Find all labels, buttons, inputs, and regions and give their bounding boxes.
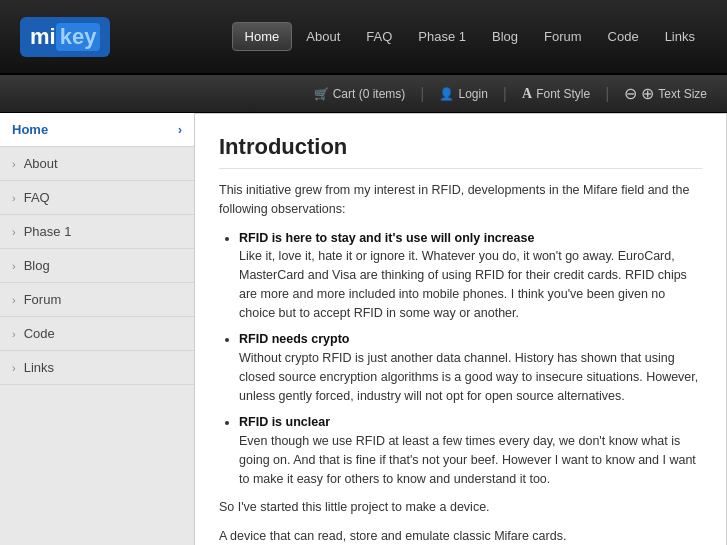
sidebar-item-code[interactable]: ›Code bbox=[0, 317, 194, 351]
cart-label: Cart (0 items) bbox=[333, 87, 406, 101]
nav-item-phase-1[interactable]: Phase 1 bbox=[406, 23, 478, 50]
chevron-right-icon: › bbox=[12, 260, 16, 272]
list-item-heading: RFID is unclear bbox=[239, 413, 702, 432]
content-points-list: RFID is here to stay and it's use will o… bbox=[239, 229, 702, 489]
chevron-right-icon: › bbox=[12, 192, 16, 204]
sidebar-item-home[interactable]: Home› bbox=[0, 113, 194, 147]
sidebar-item-label: Phase 1 bbox=[24, 224, 72, 239]
separator-2: | bbox=[503, 85, 507, 103]
sidebar-item-faq[interactable]: ›FAQ bbox=[0, 181, 194, 215]
sidebar-item-forum[interactable]: ›Forum bbox=[0, 283, 194, 317]
sidebar-item-label: Forum bbox=[24, 292, 62, 307]
list-item: RFID is unclearEven though we use RFID a… bbox=[239, 413, 702, 488]
login-label: Login bbox=[458, 87, 487, 101]
font-icon: A bbox=[522, 86, 532, 102]
chevron-right-icon: › bbox=[12, 158, 16, 170]
sidebar-item-label: Blog bbox=[24, 258, 50, 273]
font-style-label: Font Style bbox=[536, 87, 590, 101]
sidebar-item-about[interactable]: ›About bbox=[0, 147, 194, 181]
header: mikey HomeAboutFAQPhase 1BlogForumCodeLi… bbox=[0, 0, 727, 75]
nav-item-about[interactable]: About bbox=[294, 23, 352, 50]
content-area: Introduction This initiative grew from m… bbox=[195, 113, 727, 545]
sidebar-item-label: Links bbox=[24, 360, 54, 375]
nav-item-code[interactable]: Code bbox=[596, 23, 651, 50]
text-size-label: Text Size bbox=[658, 87, 707, 101]
sidebar-item-label: Code bbox=[24, 326, 55, 341]
sidebar-item-phase-1[interactable]: ›Phase 1 bbox=[0, 215, 194, 249]
cart-icon bbox=[314, 87, 329, 101]
sidebar-item-blog[interactable]: ›Blog bbox=[0, 249, 194, 283]
list-item-heading: RFID is here to stay and it's use will o… bbox=[239, 229, 702, 248]
cart-button[interactable]: Cart (0 items) bbox=[314, 87, 406, 101]
toolbar: Cart (0 items) | Login | A Font Style | … bbox=[0, 75, 727, 113]
content-title: Introduction bbox=[219, 134, 702, 169]
sidebar: Home››About›FAQ›Phase 1›Blog›Forum›Code›… bbox=[0, 113, 195, 545]
font-style-button[interactable]: A Font Style bbox=[522, 86, 590, 102]
main-layout: Home››About›FAQ›Phase 1›Blog›Forum›Code›… bbox=[0, 113, 727, 545]
sidebar-item-label: About bbox=[24, 156, 58, 171]
text-size-controls[interactable]: ⊖ ⊕ Text Size bbox=[624, 86, 707, 102]
nav-item-links[interactable]: Links bbox=[653, 23, 707, 50]
user-icon bbox=[439, 87, 454, 101]
content-outro: So I've started this little project to m… bbox=[219, 498, 702, 545]
main-nav: HomeAboutFAQPhase 1BlogForumCodeLinks bbox=[232, 22, 707, 51]
sidebar-item-links[interactable]: ›Links bbox=[0, 351, 194, 385]
list-item-heading: RFID needs crypto bbox=[239, 330, 702, 349]
list-item: RFID is here to stay and it's use will o… bbox=[239, 229, 702, 323]
chevron-right-icon: › bbox=[12, 294, 16, 306]
chevron-right-icon: › bbox=[12, 328, 16, 340]
separator-1: | bbox=[420, 85, 424, 103]
chevron-right-icon: › bbox=[12, 362, 16, 374]
list-item: RFID needs cryptoWithout crypto RFID is … bbox=[239, 330, 702, 405]
nav-item-faq[interactable]: FAQ bbox=[354, 23, 404, 50]
logo: mikey bbox=[20, 17, 110, 57]
separator-3: | bbox=[605, 85, 609, 103]
sidebar-item-label: FAQ bbox=[24, 190, 50, 205]
nav-item-home[interactable]: Home bbox=[232, 22, 293, 51]
chevron-right-icon: › bbox=[12, 226, 16, 238]
outro-line: A device that can read, store and emulat… bbox=[219, 527, 702, 545]
logo-mi: mi bbox=[30, 24, 56, 50]
login-button[interactable]: Login bbox=[439, 87, 487, 101]
nav-item-blog[interactable]: Blog bbox=[480, 23, 530, 50]
text-size-increase-icon[interactable]: ⊕ bbox=[641, 86, 654, 102]
logo-key: key bbox=[56, 23, 101, 51]
active-chevron-icon: › bbox=[178, 123, 182, 137]
text-size-decrease-icon[interactable]: ⊖ bbox=[624, 86, 637, 102]
sidebar-item-label: Home bbox=[12, 122, 48, 137]
outro-line: So I've started this little project to m… bbox=[219, 498, 702, 517]
nav-item-forum[interactable]: Forum bbox=[532, 23, 594, 50]
content-intro: This initiative grew from my interest in… bbox=[219, 181, 702, 219]
